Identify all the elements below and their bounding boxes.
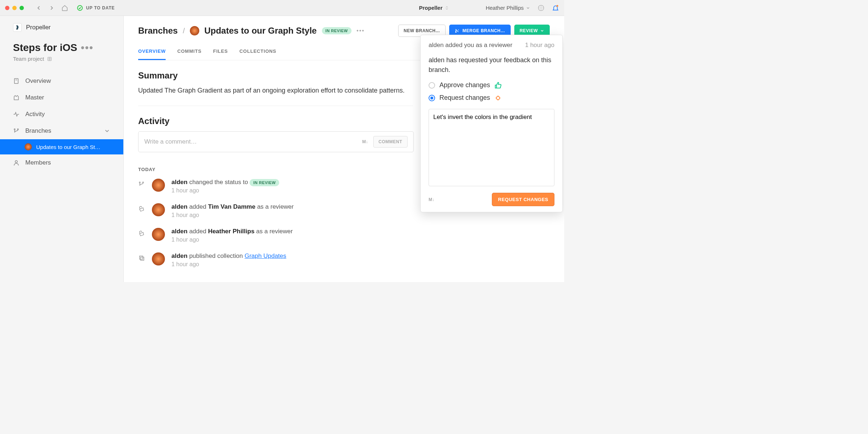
project-switcher[interactable]: Propeller — [419, 5, 449, 11]
forward-icon[interactable] — [48, 5, 55, 11]
request-changes-option[interactable]: Request changes — [429, 94, 554, 102]
check-circle-icon — [77, 5, 83, 11]
tab-collections[interactable]: COLLECTIONS — [239, 45, 276, 60]
svg-point-9 — [17, 129, 18, 130]
diamond-icon — [494, 94, 502, 102]
svg-point-8 — [14, 129, 15, 130]
popover-time: 1 hour ago — [525, 42, 554, 49]
approve-option[interactable]: Approve changes — [429, 81, 554, 89]
avatar — [190, 26, 199, 35]
svg-point-11 — [455, 31, 456, 32]
svg-rect-16 — [496, 96, 500, 100]
sidebar-item-branches[interactable]: Branches — [0, 123, 123, 139]
avatar — [25, 143, 32, 150]
breadcrumb-root[interactable]: Branches — [138, 26, 178, 36]
sidebar-item-activity[interactable]: Activity — [0, 106, 123, 123]
svg-point-2 — [557, 5, 558, 7]
tab-files[interactable]: FILES — [213, 45, 228, 60]
avatar — [152, 203, 165, 216]
activity-row: alden added Heather Phillips as a review… — [138, 228, 550, 243]
project-menu[interactable]: ••• — [81, 42, 93, 54]
sidebar-item-overview[interactable]: Overview — [0, 73, 123, 89]
popover-message: alden has requested your feedback on thi… — [429, 55, 554, 75]
tab-overview[interactable]: OVERVIEW — [138, 45, 166, 60]
svg-point-12 — [139, 182, 140, 183]
popover-heading: alden added you as a reviewer — [429, 42, 512, 49]
activity-row: alden published collection Graph Updates… — [138, 252, 550, 268]
request-changes-button[interactable]: REQUEST CHANGES — [492, 193, 554, 206]
sidebar-item-members[interactable]: Members — [0, 154, 123, 171]
help-icon[interactable] — [537, 4, 545, 12]
branch-title: Updates to our Graph Style — [204, 26, 317, 36]
status-badge: IN REVIEW — [322, 27, 352, 34]
avatar — [152, 228, 165, 241]
markdown-icon: M↓ — [362, 139, 368, 144]
org-switcher[interactable]: Propeller — [0, 23, 123, 32]
bell-icon[interactable] — [552, 4, 559, 12]
svg-rect-14 — [140, 256, 143, 259]
user-menu[interactable]: Heather Phillips — [486, 5, 530, 11]
window-controls[interactable] — [5, 6, 24, 10]
avatar — [152, 179, 165, 192]
collection-link[interactable]: Graph Updates — [244, 252, 286, 259]
project-subtitle: Team project — [13, 56, 110, 62]
summary-text: Updated The Graph Gradient as part of an… — [138, 86, 413, 106]
project-title: Steps for iOS ••• — [13, 42, 110, 54]
svg-rect-6 — [14, 78, 18, 84]
svg-point-13 — [142, 182, 144, 183]
markdown-icon: M↓ — [429, 197, 434, 202]
comment-input[interactable] — [144, 138, 362, 145]
branch-menu[interactable]: ••• — [357, 27, 365, 34]
svg-point-10 — [15, 161, 17, 163]
sidebar-item-master[interactable]: Master — [0, 89, 123, 106]
review-popover: alden added you as a reviewer 1 hour ago… — [420, 35, 563, 212]
review-comment-input[interactable] — [429, 109, 554, 186]
sync-status: UP TO DATE — [86, 5, 115, 10]
avatar — [152, 252, 165, 265]
thumbs-up-icon — [494, 82, 502, 89]
svg-rect-15 — [141, 257, 144, 260]
comment-button[interactable]: COMMENT — [373, 136, 408, 148]
home-icon[interactable] — [61, 5, 68, 11]
back-icon[interactable] — [35, 5, 42, 11]
sidebar-branch-active[interactable]: Updates to our Graph St… — [0, 139, 123, 154]
tab-commits[interactable]: COMMITS — [177, 45, 201, 60]
